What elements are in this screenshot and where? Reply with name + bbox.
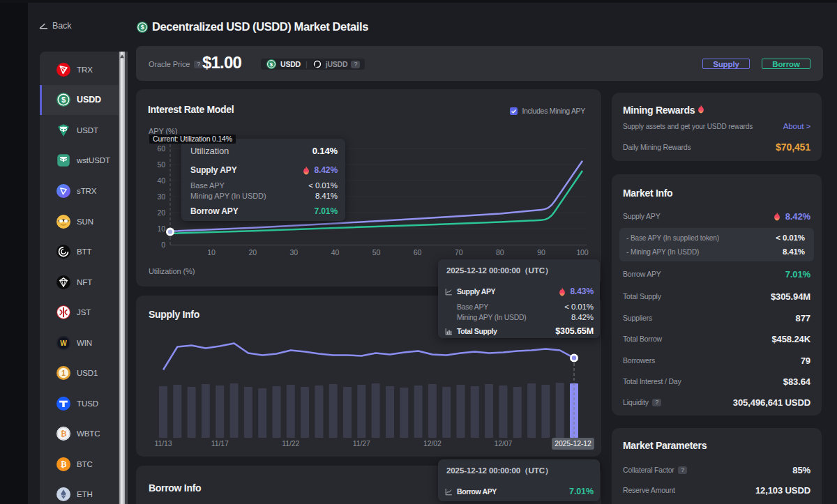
svg-text:30: 30 (158, 192, 166, 201)
svg-text:11/22: 11/22 (282, 439, 299, 448)
svg-text:1: 1 (61, 369, 66, 377)
svg-text:10: 10 (207, 248, 216, 257)
svg-text:11/17: 11/17 (211, 439, 229, 448)
svg-text:11/13: 11/13 (155, 439, 172, 448)
svg-text:100: 100 (576, 248, 588, 257)
svg-text:11/27: 11/27 (353, 439, 370, 448)
svg-text:40: 40 (331, 248, 340, 257)
svg-text:90: 90 (537, 248, 545, 257)
svg-text:W: W (60, 339, 67, 346)
svg-text:12/02: 12/02 (423, 439, 442, 448)
svg-text:60: 60 (158, 144, 166, 153)
svg-text:50: 50 (372, 248, 381, 257)
svg-text:60: 60 (414, 248, 422, 257)
svg-text:0: 0 (161, 240, 165, 249)
svg-text:12/07: 12/07 (495, 439, 513, 448)
svg-text:₿: ₿ (61, 429, 67, 438)
svg-text:$: $ (61, 96, 66, 104)
svg-text:30: 30 (290, 248, 299, 257)
svg-text:$: $ (270, 61, 273, 68)
svg-text:20: 20 (158, 208, 166, 217)
svg-text:₿: ₿ (61, 460, 67, 468)
svg-text:70: 70 (455, 248, 463, 257)
svg-text:50: 50 (158, 160, 166, 169)
svg-text:80: 80 (496, 248, 504, 257)
svg-text:10: 10 (158, 224, 166, 233)
svg-text:$: $ (141, 24, 144, 31)
svg-text:40: 40 (158, 176, 166, 185)
svg-text:20: 20 (248, 248, 257, 257)
svg-text:2025-12-12: 2025-12-12 (555, 439, 591, 448)
